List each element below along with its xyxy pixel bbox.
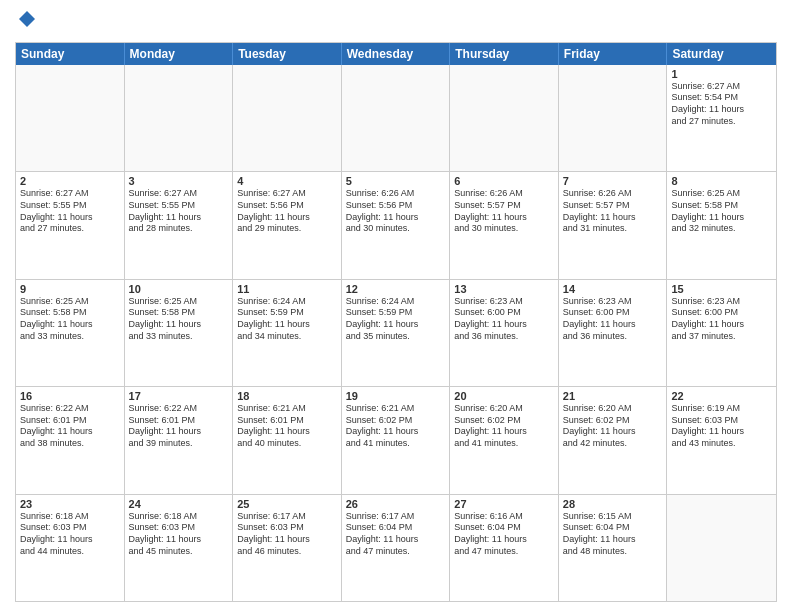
calendar-cell: 8Sunrise: 6:25 AM Sunset: 5:58 PM Daylig… <box>667 172 776 278</box>
day-info: Sunrise: 6:23 AM Sunset: 6:00 PM Dayligh… <box>563 296 663 343</box>
day-number: 23 <box>20 498 120 510</box>
calendar-cell: 6Sunrise: 6:26 AM Sunset: 5:57 PM Daylig… <box>450 172 559 278</box>
header-day-friday: Friday <box>559 43 668 65</box>
day-number: 6 <box>454 175 554 187</box>
day-number: 8 <box>671 175 772 187</box>
day-number: 22 <box>671 390 772 402</box>
day-info: Sunrise: 6:20 AM Sunset: 6:02 PM Dayligh… <box>563 403 663 450</box>
day-info: Sunrise: 6:27 AM Sunset: 5:54 PM Dayligh… <box>671 81 772 128</box>
day-info: Sunrise: 6:20 AM Sunset: 6:02 PM Dayligh… <box>454 403 554 450</box>
day-number: 24 <box>129 498 229 510</box>
day-info: Sunrise: 6:26 AM Sunset: 5:57 PM Dayligh… <box>563 188 663 235</box>
calendar-cell <box>450 65 559 171</box>
calendar-cell: 23Sunrise: 6:18 AM Sunset: 6:03 PM Dayli… <box>16 495 125 601</box>
calendar-cell: 9Sunrise: 6:25 AM Sunset: 5:58 PM Daylig… <box>16 280 125 386</box>
calendar-cell: 10Sunrise: 6:25 AM Sunset: 5:58 PM Dayli… <box>125 280 234 386</box>
day-info: Sunrise: 6:23 AM Sunset: 6:00 PM Dayligh… <box>671 296 772 343</box>
header-day-monday: Monday <box>125 43 234 65</box>
day-info: Sunrise: 6:27 AM Sunset: 5:55 PM Dayligh… <box>20 188 120 235</box>
calendar-cell <box>125 65 234 171</box>
logo-text <box>15 14 37 34</box>
day-info: Sunrise: 6:22 AM Sunset: 6:01 PM Dayligh… <box>129 403 229 450</box>
calendar-cell: 7Sunrise: 6:26 AM Sunset: 5:57 PM Daylig… <box>559 172 668 278</box>
header-day-thursday: Thursday <box>450 43 559 65</box>
calendar-row-5: 23Sunrise: 6:18 AM Sunset: 6:03 PM Dayli… <box>16 494 776 601</box>
calendar-cell: 21Sunrise: 6:20 AM Sunset: 6:02 PM Dayli… <box>559 387 668 493</box>
day-number: 13 <box>454 283 554 295</box>
day-info: Sunrise: 6:25 AM Sunset: 5:58 PM Dayligh… <box>129 296 229 343</box>
day-info: Sunrise: 6:23 AM Sunset: 6:00 PM Dayligh… <box>454 296 554 343</box>
calendar-cell: 11Sunrise: 6:24 AM Sunset: 5:59 PM Dayli… <box>233 280 342 386</box>
day-info: Sunrise: 6:24 AM Sunset: 5:59 PM Dayligh… <box>237 296 337 343</box>
header-day-wednesday: Wednesday <box>342 43 451 65</box>
day-number: 26 <box>346 498 446 510</box>
day-number: 21 <box>563 390 663 402</box>
day-info: Sunrise: 6:26 AM Sunset: 5:57 PM Dayligh… <box>454 188 554 235</box>
calendar-cell: 15Sunrise: 6:23 AM Sunset: 6:00 PM Dayli… <box>667 280 776 386</box>
calendar-header: SundayMondayTuesdayWednesdayThursdayFrid… <box>16 43 776 65</box>
calendar-cell <box>233 65 342 171</box>
calendar-cell: 5Sunrise: 6:26 AM Sunset: 5:56 PM Daylig… <box>342 172 451 278</box>
header-day-sunday: Sunday <box>16 43 125 65</box>
day-info: Sunrise: 6:24 AM Sunset: 5:59 PM Dayligh… <box>346 296 446 343</box>
day-info: Sunrise: 6:17 AM Sunset: 6:04 PM Dayligh… <box>346 511 446 558</box>
calendar-cell: 13Sunrise: 6:23 AM Sunset: 6:00 PM Dayli… <box>450 280 559 386</box>
calendar-cell: 22Sunrise: 6:19 AM Sunset: 6:03 PM Dayli… <box>667 387 776 493</box>
day-info: Sunrise: 6:26 AM Sunset: 5:56 PM Dayligh… <box>346 188 446 235</box>
calendar-cell <box>342 65 451 171</box>
day-number: 28 <box>563 498 663 510</box>
calendar-cell: 1Sunrise: 6:27 AM Sunset: 5:54 PM Daylig… <box>667 65 776 171</box>
day-info: Sunrise: 6:22 AM Sunset: 6:01 PM Dayligh… <box>20 403 120 450</box>
calendar-cell: 17Sunrise: 6:22 AM Sunset: 6:01 PM Dayli… <box>125 387 234 493</box>
calendar-cell: 25Sunrise: 6:17 AM Sunset: 6:03 PM Dayli… <box>233 495 342 601</box>
day-info: Sunrise: 6:16 AM Sunset: 6:04 PM Dayligh… <box>454 511 554 558</box>
calendar-cell: 16Sunrise: 6:22 AM Sunset: 6:01 PM Dayli… <box>16 387 125 493</box>
calendar-cell: 19Sunrise: 6:21 AM Sunset: 6:02 PM Dayli… <box>342 387 451 493</box>
calendar-page: SundayMondayTuesdayWednesdayThursdayFrid… <box>0 0 792 612</box>
day-number: 17 <box>129 390 229 402</box>
day-info: Sunrise: 6:27 AM Sunset: 5:55 PM Dayligh… <box>129 188 229 235</box>
day-info: Sunrise: 6:27 AM Sunset: 5:56 PM Dayligh… <box>237 188 337 235</box>
calendar-row-2: 2Sunrise: 6:27 AM Sunset: 5:55 PM Daylig… <box>16 171 776 278</box>
calendar-row-4: 16Sunrise: 6:22 AM Sunset: 6:01 PM Dayli… <box>16 386 776 493</box>
calendar-cell <box>559 65 668 171</box>
day-number: 25 <box>237 498 337 510</box>
calendar-cell: 4Sunrise: 6:27 AM Sunset: 5:56 PM Daylig… <box>233 172 342 278</box>
calendar-row-1: 1Sunrise: 6:27 AM Sunset: 5:54 PM Daylig… <box>16 65 776 171</box>
day-info: Sunrise: 6:21 AM Sunset: 6:02 PM Dayligh… <box>346 403 446 450</box>
header-day-saturday: Saturday <box>667 43 776 65</box>
calendar: SundayMondayTuesdayWednesdayThursdayFrid… <box>15 42 777 602</box>
day-number: 11 <box>237 283 337 295</box>
day-number: 27 <box>454 498 554 510</box>
day-number: 4 <box>237 175 337 187</box>
calendar-body: 1Sunrise: 6:27 AM Sunset: 5:54 PM Daylig… <box>16 65 776 601</box>
day-info: Sunrise: 6:17 AM Sunset: 6:03 PM Dayligh… <box>237 511 337 558</box>
day-info: Sunrise: 6:18 AM Sunset: 6:03 PM Dayligh… <box>20 511 120 558</box>
day-info: Sunrise: 6:19 AM Sunset: 6:03 PM Dayligh… <box>671 403 772 450</box>
calendar-cell: 14Sunrise: 6:23 AM Sunset: 6:00 PM Dayli… <box>559 280 668 386</box>
calendar-cell: 18Sunrise: 6:21 AM Sunset: 6:01 PM Dayli… <box>233 387 342 493</box>
day-number: 18 <box>237 390 337 402</box>
day-number: 1 <box>671 68 772 80</box>
day-number: 5 <box>346 175 446 187</box>
day-number: 3 <box>129 175 229 187</box>
day-info: Sunrise: 6:18 AM Sunset: 6:03 PM Dayligh… <box>129 511 229 558</box>
day-number: 14 <box>563 283 663 295</box>
day-number: 12 <box>346 283 446 295</box>
day-number: 16 <box>20 390 120 402</box>
day-number: 15 <box>671 283 772 295</box>
calendar-cell <box>16 65 125 171</box>
svg-marker-0 <box>19 11 35 27</box>
day-number: 10 <box>129 283 229 295</box>
day-number: 7 <box>563 175 663 187</box>
calendar-row-3: 9Sunrise: 6:25 AM Sunset: 5:58 PM Daylig… <box>16 279 776 386</box>
calendar-cell: 27Sunrise: 6:16 AM Sunset: 6:04 PM Dayli… <box>450 495 559 601</box>
calendar-cell: 26Sunrise: 6:17 AM Sunset: 6:04 PM Dayli… <box>342 495 451 601</box>
calendar-cell: 20Sunrise: 6:20 AM Sunset: 6:02 PM Dayli… <box>450 387 559 493</box>
calendar-cell: 12Sunrise: 6:24 AM Sunset: 5:59 PM Dayli… <box>342 280 451 386</box>
calendar-cell: 2Sunrise: 6:27 AM Sunset: 5:55 PM Daylig… <box>16 172 125 278</box>
header-day-tuesday: Tuesday <box>233 43 342 65</box>
logo-icon <box>17 9 37 29</box>
calendar-cell <box>667 495 776 601</box>
day-number: 9 <box>20 283 120 295</box>
